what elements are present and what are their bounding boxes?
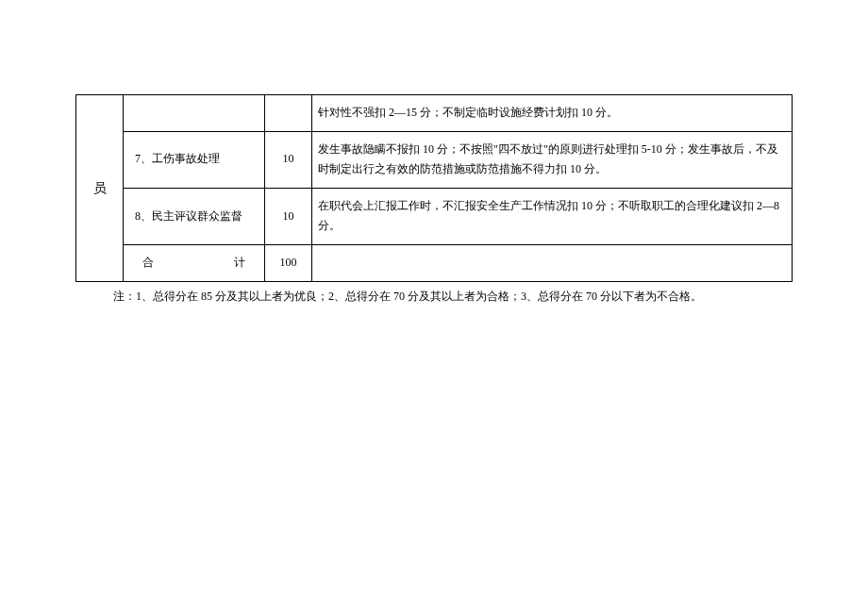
desc-cell: 发生事故隐瞒不报扣 10 分；不按照"四不放过"的原则进行处理扣 5-10 分；… xyxy=(312,131,793,188)
total-desc-cell xyxy=(312,244,793,281)
table-row: 7、工伤事故处理 10 发生事故隐瞒不报扣 10 分；不按照"四不放过"的原则进… xyxy=(76,131,793,188)
item-cell: 8、民主评议群众监督 xyxy=(124,188,265,244)
desc-cell: 针对性不强扣 2—15 分；不制定临时设施经费计划扣 10 分。 xyxy=(312,95,793,132)
score-cell xyxy=(265,95,312,132)
total-label-cell: 合 计 xyxy=(124,244,265,281)
footnote: 注：1、总得分在 85 分及其以上者为优良；2、总得分在 70 分及其以上者为合… xyxy=(75,288,793,306)
desc-cell: 在职代会上汇报工作时，不汇报安全生产工作情况扣 10 分；不听取职工的合理化建议… xyxy=(312,188,793,244)
score-cell: 10 xyxy=(265,131,312,188)
total-score-cell: 100 xyxy=(265,244,312,281)
role-cell: 员 xyxy=(76,95,124,282)
table-row: 员 针对性不强扣 2—15 分；不制定临时设施经费计划扣 10 分。 xyxy=(76,95,793,132)
total-row: 合 计 100 xyxy=(76,244,793,281)
item-cell xyxy=(124,95,265,132)
evaluation-table: 员 针对性不强扣 2—15 分；不制定临时设施经费计划扣 10 分。 7、工伤事… xyxy=(75,94,793,282)
item-cell: 7、工伤事故处理 xyxy=(124,131,265,188)
table-row: 8、民主评议群众监督 10 在职代会上汇报工作时，不汇报安全生产工作情况扣 10… xyxy=(76,188,793,244)
score-cell: 10 xyxy=(265,188,312,244)
